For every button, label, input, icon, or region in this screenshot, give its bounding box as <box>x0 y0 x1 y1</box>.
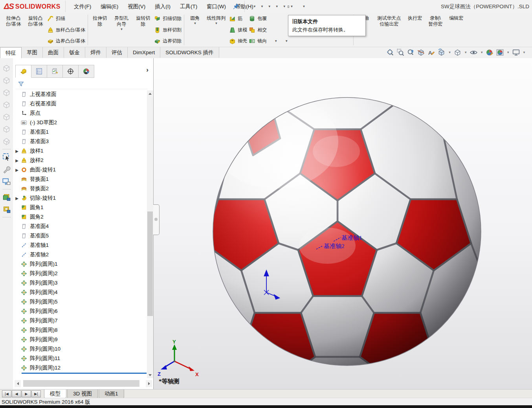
rollback-bar[interactable] <box>22 373 147 374</box>
tree-item-基准面4[interactable]: 基准面4 <box>13 222 147 231</box>
sweep-cut-button[interactable]: 扫描切除 <box>154 15 182 23</box>
fm-part-tab[interactable] <box>15 65 31 78</box>
menu-item-0[interactable]: 文件(F) <box>69 0 96 13</box>
tree-item-曲面-旋转1[interactable]: ▶曲面-旋转1 <box>13 165 147 175</box>
tree-item-阵列(圆周)12[interactable]: 阵列(圆周)12 <box>13 363 147 373</box>
sweep-button[interactable]: 扫描 <box>47 15 85 23</box>
mirror-button[interactable]: 镜向▼▼ <box>249 37 288 45</box>
tab-dimxpert[interactable]: DimXpert <box>128 47 160 58</box>
tree-vertical-scrollbar[interactable] <box>147 90 153 378</box>
expand-arrow-icon[interactable]: ▶ <box>13 158 21 163</box>
dropdown-caret-icon[interactable]: ▼ <box>285 39 288 43</box>
print-button[interactable] <box>273 6 274 8</box>
dropdown-caret-icon[interactable]: ▼ <box>283 5 286 8</box>
select-cursor-button[interactable] <box>288 6 289 8</box>
tree-item-阵列(圆周)2[interactable]: 阵列(圆周)2 <box>13 269 147 278</box>
apply-scene-button[interactable] <box>495 48 504 57</box>
tree-item-替换面2[interactable]: 替换面2 <box>13 184 147 193</box>
dropdown-caret-icon[interactable]: ▼ <box>303 5 306 8</box>
tree-item-阵列(圆周)6[interactable]: 阵列(圆周)6 <box>13 307 147 316</box>
loft-cut-button[interactable]: 放样切割 <box>154 26 182 34</box>
stoplight-button[interactable] <box>295 6 297 8</box>
tree-item-基准轴2[interactable]: 基准轴2 <box>13 250 147 259</box>
tree-item-基准面5[interactable]: 基准面5 <box>13 231 147 241</box>
menu-item-4[interactable]: 工具(T) <box>175 0 202 13</box>
tree-item-阵列(圆周)1[interactable]: 阵列(圆周)1 <box>13 259 147 269</box>
fm-properties-tab[interactable] <box>31 65 47 78</box>
tree-item-基准轴1[interactable]: 基准轴1 <box>13 241 147 250</box>
tab-草图[interactable]: 草图 <box>22 47 43 58</box>
tree-item-放样1[interactable]: ▶放样1 <box>13 146 147 156</box>
display-style-button[interactable] <box>453 48 462 57</box>
gear-button[interactable] <box>300 6 301 8</box>
zoom-area-button[interactable] <box>396 48 405 57</box>
tree-item-阵列(圆周)11[interactable]: 阵列(圆周)11 <box>13 354 147 363</box>
tree-item-右视基准面[interactable]: 右视基准面 <box>13 99 147 108</box>
hole-wizard-button[interactable]: 异型孔向导▼ <box>110 13 133 46</box>
dropdown-caret-icon[interactable]: ▼ <box>274 39 277 43</box>
macro-test-button[interactable]: 测试华天点位输出宏 <box>373 13 405 46</box>
dropdown-caret-icon[interactable]: ▼ <box>480 51 483 54</box>
save-warning-button[interactable] <box>265 6 267 8</box>
tab-特征[interactable]: 特征 <box>0 47 22 59</box>
tree-item-圆角1[interactable]: 圆角1 <box>13 203 147 212</box>
shell-button[interactable]: 抽壳 <box>229 37 247 45</box>
tree-item-阵列(圆周)7[interactable]: 阵列(圆周)7 <box>13 316 147 325</box>
tree-item-阵列(圆周)5[interactable]: 阵列(圆周)5 <box>13 297 147 307</box>
tree-item-替换面1[interactable]: 替换面1 <box>13 175 147 184</box>
tree-item-阵列(圆周)10[interactable]: 阵列(圆周)10 <box>13 344 147 354</box>
tree-item-(-) 3D草图2[interactable]: 3D(-) 3D草图2 <box>13 118 147 127</box>
callout-axis2[interactable]: 基准轴2 <box>324 243 345 249</box>
dropdown-caret-icon[interactable]: ▼ <box>260 5 264 8</box>
new-doc-button[interactable] <box>250 6 252 8</box>
view-settings-button[interactable] <box>512 48 521 57</box>
tree-item-圆角2[interactable]: 圆角2 <box>13 212 147 222</box>
tab-solidworks-插件[interactable]: SOLIDWORKS 插件 <box>160 47 219 58</box>
tab-焊件[interactable]: 焊件 <box>85 47 106 58</box>
cube-gray-button[interactable] <box>2 76 11 85</box>
open-doc-button[interactable] <box>258 6 259 8</box>
undo-button[interactable] <box>280 6 282 8</box>
cube-gray-button[interactable] <box>2 64 11 73</box>
soccer-ball-model[interactable]: 基准轴1 基准轴2 Y X Z <box>154 58 532 389</box>
dropdown-caret-icon[interactable]: ▼ <box>506 51 510 54</box>
dropdown-caret-icon[interactable]: ▼ <box>215 22 218 25</box>
tree-item-基准面3[interactable]: 基准面3 <box>13 137 147 146</box>
tree-item-上视基准面[interactable]: 上视基准面 <box>13 90 147 99</box>
layers-green-button[interactable] <box>2 193 11 202</box>
edit-appearance-button[interactable] <box>485 48 494 57</box>
dropdown-caret-icon[interactable]: ▼ <box>120 28 123 31</box>
dropdown-caret-icon[interactable]: ▼ <box>275 5 279 8</box>
tree-item-阵列(圆周)3[interactable]: 阵列(圆周)3 <box>13 278 147 288</box>
cube-gray-button[interactable] <box>2 88 11 97</box>
wrap-button[interactable]: 包覆 <box>249 15 288 23</box>
wrench-button[interactable] <box>2 165 11 174</box>
options-list-button[interactable] <box>297 6 299 8</box>
menu-item-5[interactable]: 窗口(W) <box>202 0 231 13</box>
scrollbar-thumb[interactable] <box>147 211 153 316</box>
tab-nav-button-0[interactable]: |◀ <box>2 390 11 397</box>
scrollbar-thumb[interactable] <box>23 380 139 387</box>
tree-item-阵列(圆周)9[interactable]: 阵列(圆周)9 <box>13 335 147 344</box>
cube-gray-button[interactable] <box>2 100 11 109</box>
menu-item-2[interactable]: 视图(V) <box>123 0 150 13</box>
tab-评估[interactable]: 评估 <box>106 47 128 58</box>
tab-nav-button-1[interactable]: ◀ <box>12 390 21 397</box>
dropdown-caret-icon[interactable]: ▼ <box>290 5 294 8</box>
expand-panel-chevron-icon[interactable]: › <box>146 66 149 74</box>
tree-filter-bar[interactable] <box>15 79 147 89</box>
cube-gray-button[interactable] <box>2 112 11 121</box>
edit-macro-button[interactable]: 编辑宏 <box>446 13 467 46</box>
callout-axis1[interactable]: 基准轴1 <box>341 235 362 241</box>
cursor-new-button[interactable] <box>2 153 11 162</box>
tree-item-切除-旋转1[interactable]: ▶切除-旋转1 <box>13 193 147 203</box>
zoom-fit-button[interactable] <box>386 48 395 57</box>
fm-appearance-tab[interactable] <box>79 65 94 78</box>
tab-nav-button-3[interactable]: ▶| <box>31 390 41 397</box>
panel-splitter-handle[interactable] <box>153 204 160 235</box>
fillet-button[interactable]: 圆角▼ <box>186 13 204 46</box>
rib-button[interactable]: 筋 <box>229 15 247 23</box>
dropdown-caret-icon[interactable]: ▼ <box>464 51 467 54</box>
fm-dimxpert-tab[interactable] <box>63 65 79 78</box>
boundary-button[interactable]: 边界凸台/基体 <box>47 37 85 45</box>
